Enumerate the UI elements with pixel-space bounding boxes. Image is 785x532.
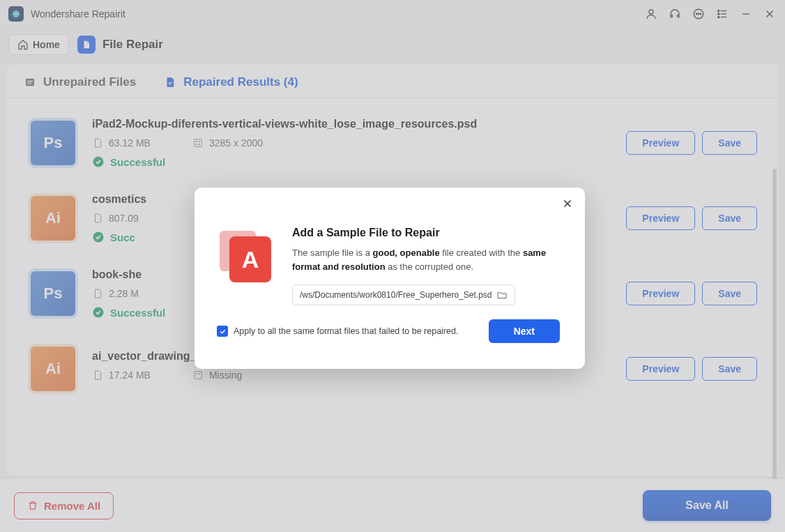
file-path-input[interactable]: /ws/Documents/work0810/Free_Superhero_Se… [292,284,515,305]
apply-all-checkbox[interactable]: Apply to all the same format files that … [217,326,458,337]
modal-title: Add a Sample File to Repair [292,227,560,239]
sample-file-modal: A Add a Sample File to Repair The sample… [195,188,585,369]
folder-icon [496,289,508,301]
next-button[interactable]: Next [489,319,560,343]
path-text: /ws/Documents/work0810/Free_Superhero_Se… [300,290,491,300]
modal-close-button[interactable] [560,196,575,211]
checkbox-checked-icon [217,326,228,337]
adobe-icon: A [220,227,275,282]
modal-description: The sample file is a good, openable file… [292,246,560,273]
checkbox-label: Apply to all the same format files that … [234,326,458,336]
